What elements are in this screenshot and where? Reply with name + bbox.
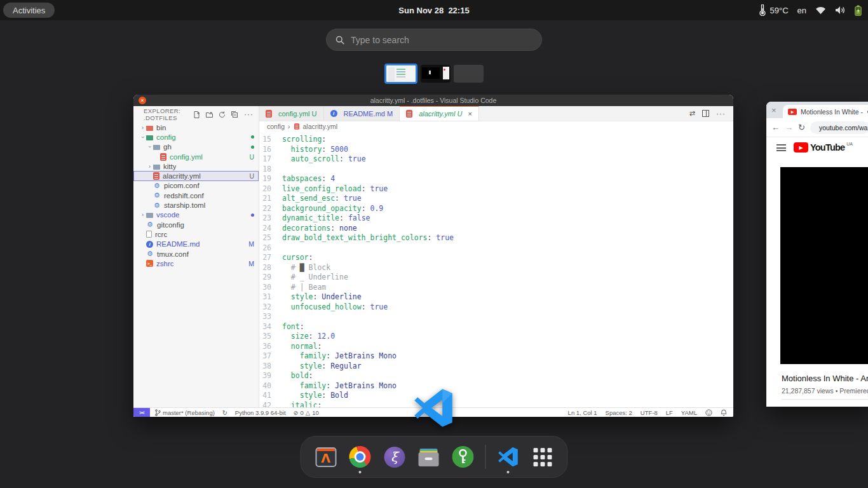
code-editor[interactable]: 15scrolling:16 history: 500017 auto_scro… (259, 132, 733, 407)
clock[interactable]: Sun Nov 28 22:15 (398, 6, 469, 15)
code-line[interactable]: 15scrolling: (259, 135, 733, 145)
dock-app-grid[interactable] (531, 442, 555, 472)
tree-item-vscode[interactable]: ›vscode (133, 210, 259, 220)
code-line[interactable]: 40 family: JetBrains Mono (259, 381, 733, 391)
dock-app-emacs[interactable]: ξ (383, 442, 407, 472)
refresh-icon[interactable] (219, 111, 226, 118)
code-line[interactable]: 26 (259, 243, 733, 254)
video-player[interactable] (780, 167, 868, 364)
code-line[interactable]: 37 family: JetBrains Mono (259, 351, 733, 362)
tree-item-config[interactable]: ›config (133, 132, 259, 142)
new-folder-icon[interactable] (206, 111, 213, 118)
youtube-logo[interactable]: ▶ YouTube UA (794, 142, 853, 152)
code-line[interactable]: 29 # _ Underline (259, 273, 733, 283)
sync-status[interactable]: ↻ (222, 409, 227, 416)
code-line[interactable]: 39 bold: (259, 371, 733, 381)
tree-item-bin[interactable]: ›bin (133, 123, 259, 132)
code-line[interactable]: 28 # █ Block (259, 263, 733, 273)
tab-close-icon[interactable]: × (771, 105, 776, 115)
tab-close-icon[interactable]: × (468, 110, 471, 118)
notifications-bell-icon[interactable] (721, 409, 727, 416)
vscode-titlebar[interactable]: × alacritty.yml - .dotfiles - Visual Stu… (133, 95, 733, 106)
tree-item-rcrc[interactable]: rcrc (133, 229, 259, 239)
editor-more-actions-icon[interactable]: ··· (716, 109, 726, 118)
tree-item-redshift.conf[interactable]: ⚙redshift.conf (133, 191, 259, 200)
workspace-thumbnail-empty[interactable] (454, 65, 484, 83)
new-file-icon[interactable] (193, 111, 200, 118)
tree-item-tmux.conf[interactable]: ⚙tmux.conf (133, 249, 259, 259)
code-line[interactable]: 22background_opacity: 0.9 (259, 204, 733, 214)
vscode-app-badge-icon[interactable] (414, 388, 453, 428)
reload-button[interactable]: ↻ (798, 123, 805, 132)
indentation-status[interactable]: Spaces: 2 (606, 409, 632, 416)
open-changes-icon[interactable]: ⇄ (689, 109, 695, 118)
code-line[interactable]: 21alt_send_esc: true (259, 194, 733, 204)
code-line[interactable]: 35 size: 12.0 (259, 332, 733, 342)
tree-item-config.yml[interactable]: config.ymlU (133, 152, 259, 161)
editor-tab-README.md[interactable]: iREADME.md M (324, 106, 400, 121)
code-line[interactable]: 30 # | Beam (259, 283, 733, 293)
code-line[interactable]: 27cursor: (259, 253, 733, 263)
collapse-folders-icon[interactable] (231, 111, 238, 118)
feedback-icon[interactable] (705, 409, 712, 416)
code-line[interactable]: 33 (259, 312, 733, 322)
eol-status[interactable]: LF (666, 409, 673, 416)
tree-item-kitty[interactable]: ›kitty (133, 161, 259, 171)
editor-tab-config.yml[interactable]: config.yml U (259, 106, 324, 121)
tree-item-gh[interactable]: ›gh (133, 142, 259, 152)
code-line[interactable]: 24decorations: none (259, 224, 733, 234)
keyboard-layout-indicator[interactable]: en (797, 6, 806, 15)
language-mode-status[interactable]: YAML (681, 409, 697, 416)
remote-indicator[interactable]: >< (133, 408, 150, 417)
code-line[interactable]: 31 style: Underline (259, 292, 733, 302)
python-version-status[interactable]: Python 3.9.9 64-bit (235, 409, 286, 416)
editor-tab-alacritty.yml[interactable]: alacritty.yml U× (400, 106, 479, 121)
code-line[interactable]: 16 history: 5000 (259, 145, 733, 155)
code-line[interactable]: 32 unfocused_hollow: true (259, 302, 733, 313)
search-input[interactable]: Type to search (326, 29, 542, 51)
workspace-thumbnail-active[interactable] (384, 64, 417, 84)
breadcrumb-folder[interactable]: config (267, 123, 285, 130)
tree-item-README.md[interactable]: iREADME.mdM (133, 240, 259, 249)
menu-icon[interactable] (776, 144, 786, 151)
dock-app-chrome[interactable] (348, 442, 372, 472)
dock-app-keepassxc[interactable] (451, 442, 475, 472)
problems-status[interactable]: ⊘ 0 △ 10 (294, 409, 319, 416)
dock-app-vscode[interactable] (496, 442, 520, 472)
dock-app-files[interactable] (417, 442, 441, 472)
forward-button[interactable]: → (785, 123, 793, 132)
tree-item-alacritty.yml[interactable]: alacritty.ymlU (133, 171, 259, 180)
code-line[interactable]: 23dynamic_title: false (259, 214, 733, 224)
split-editor-icon[interactable] (702, 110, 709, 117)
window-close-button[interactable]: × (139, 97, 146, 104)
back-button[interactable]: ← (771, 123, 780, 132)
code-line[interactable]: 19tabspaces: 4 (259, 174, 733, 184)
vscode-window[interactable]: × alacritty.yml - .dotfiles - Visual Stu… (133, 95, 733, 417)
cursor-position-status[interactable]: Ln 1, Col 1 (568, 409, 597, 416)
code-line[interactable]: 41 style: Bold (259, 391, 733, 401)
tree-item-gitconfig[interactable]: ⚙gitconfig (133, 220, 259, 229)
breadcrumb[interactable]: config › alacritty.yml (259, 121, 733, 132)
chrome-active-tab[interactable]: ▶ Motionless In White - / (783, 105, 868, 118)
workspace-thumbnail-youtube[interactable] (421, 65, 451, 83)
chrome-window[interactable]: × ▶ Motionless In White - / ← → ↻ youtub… (766, 102, 868, 407)
explorer-more-actions-icon[interactable]: ··· (244, 110, 254, 119)
code-line[interactable]: 34font: (259, 322, 733, 332)
git-branch-status[interactable]: master* (Rebasing) (155, 409, 215, 416)
activities-button[interactable]: Activities (3, 3, 55, 18)
tree-item-picom.conf[interactable]: ⚙picom.conf (133, 181, 259, 191)
code-line[interactable]: 17 auto_scroll: true (259, 154, 733, 165)
address-bar[interactable]: youtube.com/wa (810, 121, 868, 134)
tree-item-zshrc[interactable]: >_zshrcM (133, 259, 259, 268)
code-line[interactable]: 42 italic: (259, 401, 733, 408)
system-status-area[interactable]: 59°C en (759, 0, 862, 20)
code-line[interactable]: 38 style: Regular (259, 362, 733, 372)
code-line[interactable]: 25draw_bold_text_with_bright_colors: tru… (259, 233, 733, 243)
code-line[interactable]: 18 (259, 165, 733, 175)
encoding-status[interactable]: UTF-8 (641, 409, 658, 416)
code-line[interactable]: 36 normal: (259, 342, 733, 352)
breadcrumb-file[interactable]: alacritty.yml (303, 123, 338, 130)
code-line[interactable]: 20live_config_reload: true (259, 184, 733, 194)
dock-app-alacritty[interactable]: Λ (314, 442, 338, 472)
tree-item-starship.toml[interactable]: ⚙starship.toml (133, 200, 259, 210)
